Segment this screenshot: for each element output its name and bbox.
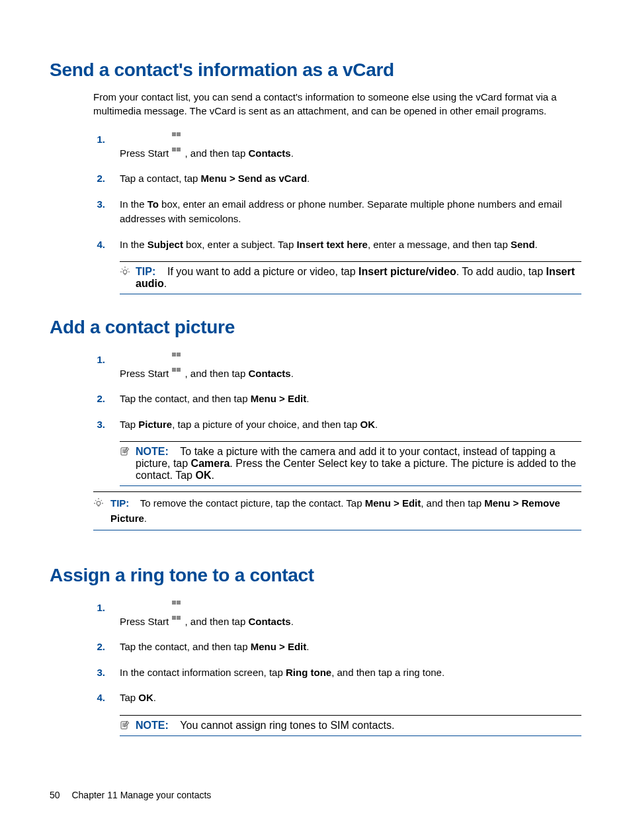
text-bold: Menu > Send as vCard bbox=[201, 173, 307, 184]
step-text: Tap OK. bbox=[120, 691, 581, 706]
text: . bbox=[306, 641, 309, 652]
text: , and then tap bbox=[421, 497, 484, 509]
text: Tap bbox=[120, 692, 138, 703]
text: If you want to add a picture or video, t… bbox=[167, 266, 358, 277]
windows-start-icon bbox=[172, 353, 181, 362]
step-text: Tap the contact, and then tap Menu > Edi… bbox=[120, 640, 581, 655]
step-text: Press Start , and then tap Contacts. bbox=[120, 601, 581, 629]
tip-icon bbox=[120, 266, 130, 290]
text: Press Start bbox=[120, 616, 171, 627]
text: Tap bbox=[120, 419, 138, 430]
text-bold: OK bbox=[195, 470, 211, 481]
text-bold: Send bbox=[511, 239, 535, 250]
text: , and then tap bbox=[185, 368, 249, 379]
list-item: 1. Press Start , and then tap Contacts. bbox=[93, 127, 581, 166]
step-number: 4. bbox=[93, 691, 105, 706]
list-item: 2. Tap the contact, and then tap Menu > … bbox=[93, 386, 581, 412]
svg-point-0 bbox=[123, 270, 127, 274]
text: . bbox=[144, 513, 147, 524]
text: Press Start bbox=[120, 368, 171, 379]
step-text: Press Start , and then tap Contacts. bbox=[120, 353, 581, 381]
text-bold: Contacts bbox=[248, 147, 290, 159]
step-number: 1. bbox=[93, 601, 105, 616]
text-bold: OK bbox=[360, 419, 376, 430]
text-bold: Menu > Edit bbox=[365, 497, 421, 509]
step-number: 1. bbox=[93, 132, 105, 147]
step-text: Tap the contact, and then tap Menu > Edi… bbox=[120, 392, 581, 407]
heading-add-picture: Add a contact picture bbox=[50, 317, 581, 338]
svg-line-2 bbox=[128, 269, 129, 270]
step-text: In the contact information screen, tap R… bbox=[120, 665, 581, 681]
text: You cannot assign ring tones to SIM cont… bbox=[180, 720, 394, 731]
text: . bbox=[164, 278, 167, 289]
step-number: 3. bbox=[93, 417, 105, 433]
note-text: NOTE: You cannot assign ring tones to SI… bbox=[136, 720, 394, 732]
step-text: In the To box, enter an email address or… bbox=[120, 197, 581, 227]
text-bold: Insert picture/video bbox=[358, 266, 456, 277]
tip-label: TIP: bbox=[110, 497, 129, 509]
list-item: 3. In the contact information screen, ta… bbox=[93, 660, 581, 686]
heading-ring-tone: Assign a ring tone to a contact bbox=[50, 565, 581, 586]
text: . bbox=[211, 470, 214, 481]
text: Tap a contact, tap bbox=[120, 173, 201, 184]
list-item: 1. Press Start , and then tap Contacts. bbox=[93, 347, 581, 386]
text: . bbox=[375, 419, 378, 430]
text-bold: To bbox=[147, 198, 159, 210]
svg-line-14 bbox=[95, 500, 97, 501]
steps-add-picture: 1. Press Start , and then tap Contacts. … bbox=[50, 347, 581, 437]
step-number: 3. bbox=[93, 665, 105, 681]
text: Press Start bbox=[120, 147, 171, 159]
tip-text: TIP: To remove the contact picture, tap … bbox=[110, 496, 581, 526]
note-callout: NOTE: You cannot assign ring tones to SI… bbox=[120, 715, 581, 736]
text: In the bbox=[120, 239, 147, 250]
list-item: 4. Tap OK. bbox=[93, 685, 581, 711]
steps-send-vcard: 1. Press Start , and then tap Contacts. … bbox=[50, 127, 581, 257]
windows-start-icon bbox=[172, 601, 181, 610]
step-number: 2. bbox=[93, 171, 105, 187]
chapter-label: Chapter 11 Manage your contacts bbox=[71, 790, 211, 800]
text: . bbox=[535, 239, 538, 250]
text: Tap the contact, and then tap bbox=[120, 641, 251, 652]
text-bold: Contacts bbox=[248, 368, 290, 379]
step-text: Tap a contact, tap Menu > Send as vCard. bbox=[120, 171, 581, 187]
note-icon bbox=[120, 720, 130, 732]
text: box, enter an email address or phone num… bbox=[120, 198, 562, 225]
list-item: 3. In the To box, enter an email address… bbox=[93, 192, 581, 232]
intro-send-vcard: From your contact list, you can send a c… bbox=[50, 90, 581, 118]
step-number: 3. bbox=[93, 197, 105, 212]
step-number: 2. bbox=[93, 392, 105, 407]
windows-start-icon bbox=[172, 132, 181, 142]
svg-line-3 bbox=[122, 269, 123, 270]
svg-line-13 bbox=[101, 500, 103, 501]
text-bold: Picture bbox=[138, 419, 172, 430]
step-text: In the Subject box, enter a subject. Tap… bbox=[120, 237, 581, 253]
text-bold: Insert text here bbox=[296, 239, 368, 250]
step-number: 1. bbox=[93, 353, 105, 368]
steps-ring-tone: 1. Press Start , and then tap Contacts. … bbox=[50, 595, 581, 711]
page-number: 50 bbox=[50, 790, 60, 800]
tip-callout: TIP: If you want to add a picture or vid… bbox=[120, 261, 581, 294]
text: . bbox=[153, 692, 156, 703]
step-number: 2. bbox=[93, 640, 105, 655]
list-item: 2. Tap the contact, and then tap Menu > … bbox=[93, 634, 581, 660]
list-item: 4. In the Subject box, enter a subject. … bbox=[93, 232, 581, 258]
text: . bbox=[291, 368, 294, 379]
page-footer: 50 Chapter 11 Manage your contacts bbox=[50, 790, 211, 800]
text: , and then tap bbox=[185, 616, 249, 627]
tip-text: TIP: If you want to add a picture or vid… bbox=[136, 266, 581, 290]
text: . bbox=[291, 616, 294, 627]
note-icon bbox=[120, 446, 130, 482]
text: . bbox=[307, 173, 310, 184]
tip-icon bbox=[93, 497, 105, 526]
note-text: NOTE: To take a picture with the camera … bbox=[136, 446, 581, 482]
note-label: NOTE: bbox=[136, 720, 169, 731]
note-label: NOTE: bbox=[136, 446, 169, 457]
text: , tap a picture of your choice, and then… bbox=[172, 419, 360, 430]
text-bold: Menu > Edit bbox=[251, 641, 307, 652]
step-text: Press Start , and then tap Contacts. bbox=[120, 132, 581, 161]
svg-point-11 bbox=[97, 501, 101, 505]
step-text: Tap Picture, tap a picture of your choic… bbox=[120, 417, 581, 433]
text-bold: OK bbox=[138, 692, 153, 703]
list-item: 1. Press Start , and then tap Contacts. bbox=[93, 595, 581, 634]
text: , enter a message, and then tap bbox=[368, 239, 511, 250]
